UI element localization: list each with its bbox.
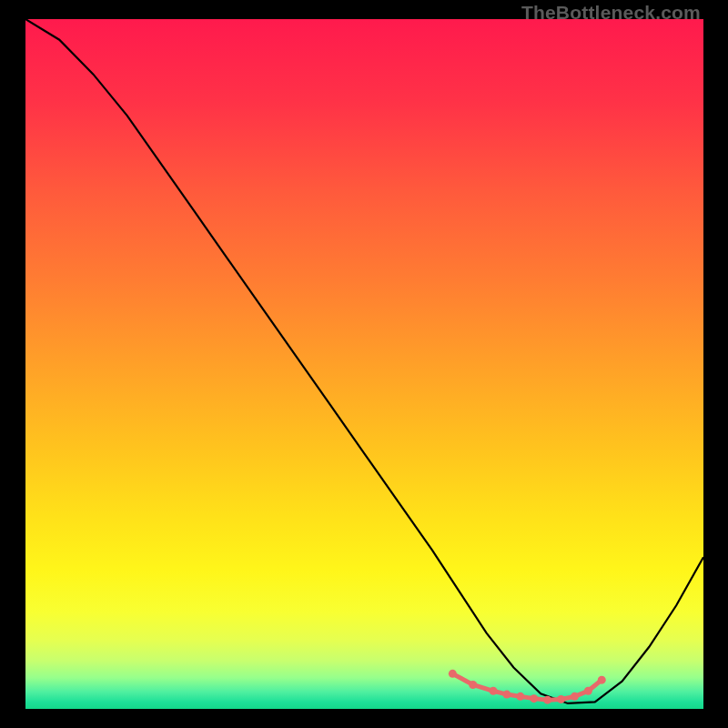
svg-point-3: [490, 687, 498, 695]
plot-area: [25, 19, 703, 709]
svg-point-10: [584, 687, 592, 695]
svg-point-7: [543, 696, 551, 704]
svg-point-4: [502, 691, 511, 699]
svg-point-8: [557, 695, 565, 703]
svg-point-5: [516, 693, 524, 701]
svg-point-9: [571, 693, 579, 701]
svg-point-2: [469, 681, 477, 689]
bottleneck-curve: [25, 19, 703, 709]
svg-point-11: [598, 676, 606, 684]
chart-container: TheBottleneck.com: [0, 0, 728, 728]
svg-point-1: [449, 670, 457, 678]
svg-point-6: [530, 694, 538, 703]
